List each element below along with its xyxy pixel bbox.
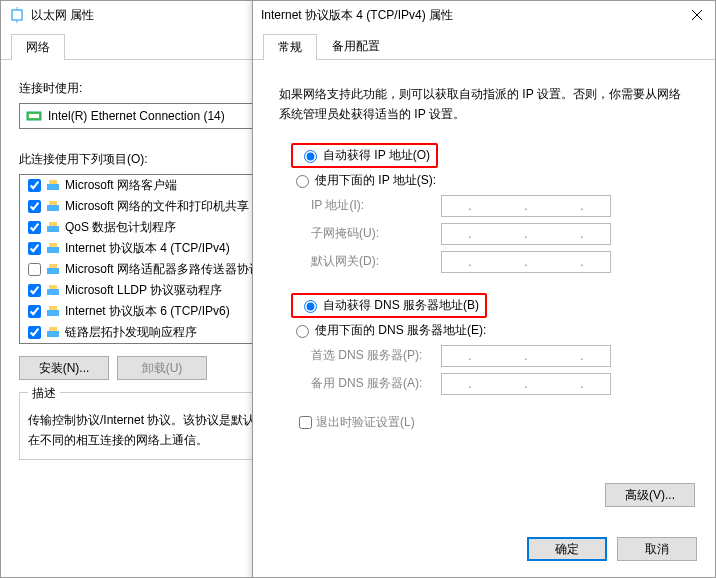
component-icon (45, 325, 61, 341)
adapter-name: Intel(R) Ethernet Connection (14) (48, 109, 225, 123)
item-label: Internet 协议版本 4 (TCP/IPv4) (65, 240, 230, 257)
ip-manual-row[interactable]: 使用下面的 IP 地址(S): (291, 172, 697, 189)
item-checkbox[interactable] (28, 326, 41, 339)
install-button[interactable]: 安装(N)... (19, 356, 109, 380)
info-text: 如果网络支持此功能，则可以获取自动指派的 IP 设置。否则，你需要从网络系统管理… (279, 84, 689, 125)
ip-address-label: IP 地址(I): (311, 197, 441, 214)
close-button[interactable] (687, 5, 707, 25)
item-label: Microsoft 网络的文件和打印机共享 (65, 198, 249, 215)
svg-rect-12 (49, 243, 57, 247)
svg-rect-19 (47, 331, 59, 337)
gateway-field: ... (441, 251, 611, 273)
item-label: Microsoft 网络客户端 (65, 177, 177, 194)
dns-manual-label: 使用下面的 DNS 服务器地址(E): (315, 322, 486, 339)
gateway-label: 默认网关(D): (311, 253, 441, 270)
item-checkbox[interactable] (28, 200, 41, 213)
dns-manual-radio[interactable] (296, 325, 309, 338)
svg-rect-6 (49, 180, 57, 184)
svg-rect-16 (49, 285, 57, 289)
component-icon (45, 304, 61, 320)
dns-alt-label: 备用 DNS 服务器(A): (311, 375, 441, 392)
advanced-button[interactable]: 高级(V)... (605, 483, 695, 507)
component-icon (45, 178, 61, 194)
ip-manual-radio[interactable] (296, 175, 309, 188)
ip-address-field: ... (441, 195, 611, 217)
item-label: Microsoft LLDP 协议驱动程序 (65, 282, 222, 299)
component-icon (45, 262, 61, 278)
svg-rect-5 (47, 184, 59, 190)
ethernet-icon (9, 7, 25, 23)
dns-preferred-label: 首选 DNS 服务器(P): (311, 347, 441, 364)
cancel-button[interactable]: 取消 (617, 537, 697, 561)
dns-auto-radio[interactable] (304, 300, 317, 313)
svg-rect-8 (49, 201, 57, 205)
validate-label: 退出时验证设置(L) (316, 414, 415, 431)
ok-button[interactable]: 确定 (527, 537, 607, 561)
subnet-field: ... (441, 223, 611, 245)
svg-rect-20 (49, 327, 57, 331)
component-icon (45, 241, 61, 257)
svg-rect-18 (49, 306, 57, 310)
svg-rect-14 (49, 264, 57, 268)
ip-auto-row[interactable]: 自动获得 IP 地址(O) (291, 143, 697, 168)
dns-preferred-field: ... (441, 345, 611, 367)
svg-rect-7 (47, 205, 59, 211)
svg-rect-17 (47, 310, 59, 316)
svg-rect-10 (49, 222, 57, 226)
item-checkbox[interactable] (28, 179, 41, 192)
ip-auto-radio[interactable] (304, 150, 317, 163)
svg-rect-0 (12, 10, 22, 20)
svg-rect-4 (29, 114, 39, 118)
item-label: Microsoft 网络适配器多路传送器协议 (65, 261, 261, 278)
dns-auto-label: 自动获得 DNS 服务器地址(B) (323, 297, 479, 314)
svg-rect-9 (47, 226, 59, 232)
window-title: Internet 协议版本 4 (TCP/IPv4) 属性 (261, 7, 453, 24)
component-icon (45, 283, 61, 299)
tab-network[interactable]: 网络 (11, 34, 65, 60)
tab-alternate[interactable]: 备用配置 (317, 33, 395, 59)
svg-rect-15 (47, 289, 59, 295)
titlebar: Internet 协议版本 4 (TCP/IPv4) 属性 (253, 1, 715, 29)
description-title: 描述 (28, 385, 60, 402)
item-label: QoS 数据包计划程序 (65, 219, 176, 236)
window-title: 以太网 属性 (31, 7, 94, 24)
item-checkbox[interactable] (28, 284, 41, 297)
dns-manual-row[interactable]: 使用下面的 DNS 服务器地址(E): (291, 322, 697, 339)
tab-general[interactable]: 常规 (263, 34, 317, 60)
svg-rect-11 (47, 247, 59, 253)
nic-icon (26, 108, 42, 124)
item-checkbox[interactable] (28, 221, 41, 234)
subnet-label: 子网掩码(U): (311, 225, 441, 242)
uninstall-button: 卸载(U) (117, 356, 207, 380)
item-checkbox[interactable] (28, 305, 41, 318)
ip-manual-label: 使用下面的 IP 地址(S): (315, 172, 436, 189)
dns-alt-field: ... (441, 373, 611, 395)
component-icon (45, 199, 61, 215)
item-checkbox[interactable] (28, 263, 41, 276)
tabstrip: 常规 备用配置 (253, 33, 715, 60)
item-checkbox[interactable] (28, 242, 41, 255)
item-label: 链路层拓扑发现响应程序 (65, 324, 197, 341)
dns-auto-row[interactable]: 自动获得 DNS 服务器地址(B) (291, 293, 697, 318)
validate-checkbox[interactable] (299, 416, 312, 429)
validate-row[interactable]: 退出时验证设置(L) (295, 413, 697, 432)
item-label: Internet 协议版本 6 (TCP/IPv6) (65, 303, 230, 320)
ip-auto-label: 自动获得 IP 地址(O) (323, 147, 430, 164)
ipv4-properties-window: Internet 协议版本 4 (TCP/IPv4) 属性 常规 备用配置 如果… (252, 0, 716, 578)
component-icon (45, 220, 61, 236)
svg-rect-13 (47, 268, 59, 274)
